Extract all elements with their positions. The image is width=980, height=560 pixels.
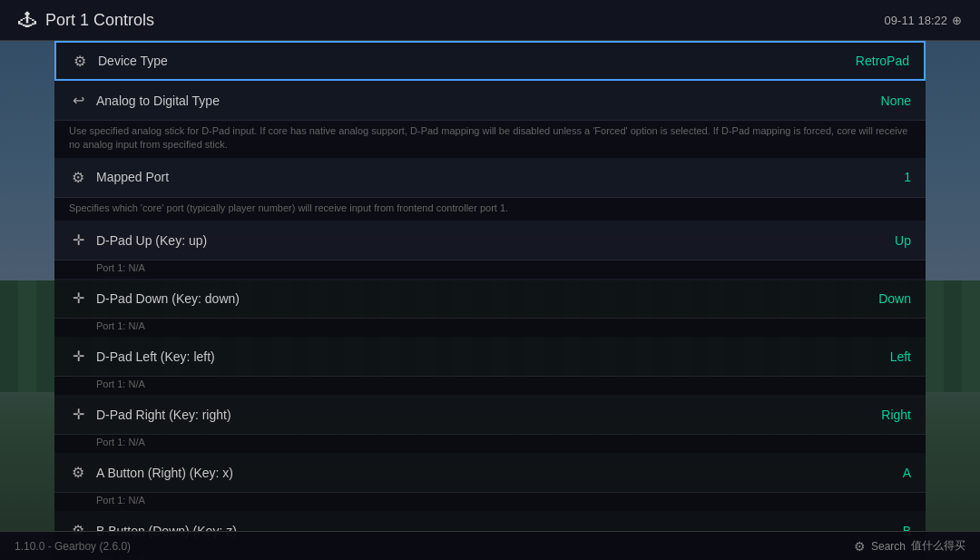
page-title: Port 1 Controls bbox=[45, 11, 154, 30]
row-dpad-left[interactable]: ✛ D-Pad Left (Key: left) Left bbox=[54, 337, 926, 377]
mapped-port-value: 1 bbox=[904, 170, 911, 184]
main-panel: 🕹 Port 1 Controls 09-11 18:22 ⊕ ⚙ Device… bbox=[0, 0, 980, 560]
dpad-left-sub: Port 1: N/A bbox=[54, 377, 926, 395]
device-type-value: RetroPad bbox=[856, 54, 909, 68]
version-text: 1.10.0 - Gearboy (2.6.0) bbox=[15, 540, 131, 553]
row-device-type[interactable]: ⚙ Device Type RetroPad bbox=[54, 41, 926, 81]
dpad-up-value: Up bbox=[895, 233, 911, 248]
a-button-icon: ⚙ bbox=[69, 464, 87, 481]
search-label[interactable]: Search bbox=[871, 540, 906, 553]
a-button-sub: Port 1: N/A bbox=[54, 493, 926, 511]
a-button-label: A Button (Right) (Key: x) bbox=[96, 466, 233, 480]
device-type-icon: ⚙ bbox=[71, 53, 89, 70]
dpad-down-label: D-Pad Down (Key: down) bbox=[96, 291, 240, 306]
footer-right: ⚙ Search 值什么得买 bbox=[854, 538, 965, 554]
analog-icon: ↩ bbox=[69, 92, 87, 109]
header-datetime: 09-11 18:22 ⊕ bbox=[885, 14, 962, 27]
brand-text: 值什么得买 bbox=[911, 538, 965, 554]
header-bar: 🕹 Port 1 Controls 09-11 18:22 ⊕ bbox=[0, 0, 980, 41]
dpad-up-label: D-Pad Up (Key: up) bbox=[96, 233, 207, 248]
a-button-value: A bbox=[903, 466, 911, 480]
mapped-port-desc: Specifies which 'core' port (typically p… bbox=[54, 198, 926, 221]
dpad-down-value: Down bbox=[878, 291, 911, 306]
device-type-label: Device Type bbox=[98, 54, 168, 68]
dpad-down-sub: Port 1: N/A bbox=[54, 319, 926, 337]
row-a-button[interactable]: ⚙ A Button (Right) (Key: x) A bbox=[54, 453, 926, 493]
mapped-port-icon: ⚙ bbox=[69, 169, 87, 186]
datetime-icon: ⊕ bbox=[952, 14, 962, 27]
dpad-down-icon: ✛ bbox=[69, 290, 87, 307]
row-dpad-right[interactable]: ✛ D-Pad Right (Key: right) Right bbox=[54, 395, 926, 435]
analog-value: None bbox=[881, 93, 911, 108]
dpad-right-value: Right bbox=[881, 408, 911, 422]
datetime-text: 09-11 18:22 bbox=[885, 14, 947, 27]
row-mapped-port[interactable]: ⚙ Mapped Port 1 bbox=[54, 158, 926, 198]
mapped-port-label: Mapped Port bbox=[96, 170, 169, 184]
dpad-up-icon: ✛ bbox=[69, 231, 87, 249]
dpad-left-value: Left bbox=[890, 349, 911, 364]
row-analog-digital[interactable]: ↩ Analog to Digital Type None bbox=[54, 81, 926, 121]
analog-label: Analog to Digital Type bbox=[96, 93, 220, 108]
analog-desc: Use specified analog stick for D-Pad inp… bbox=[54, 121, 926, 158]
dpad-left-label: D-Pad Left (Key: left) bbox=[96, 349, 215, 364]
search-icon[interactable]: ⚙ bbox=[854, 539, 866, 554]
dpad-left-icon: ✛ bbox=[69, 348, 87, 365]
dpad-right-sub: Port 1: N/A bbox=[54, 435, 926, 453]
controller-icon: 🕹 bbox=[18, 10, 36, 31]
footer-bar: 1.10.0 - Gearboy (2.6.0) ⚙ Search 值什么得买 bbox=[0, 531, 980, 560]
dpad-right-icon: ✛ bbox=[69, 406, 87, 423]
header-left: 🕹 Port 1 Controls bbox=[18, 10, 154, 31]
dpad-right-label: D-Pad Right (Key: right) bbox=[96, 408, 231, 422]
row-dpad-down[interactable]: ✛ D-Pad Down (Key: down) Down bbox=[54, 279, 926, 319]
row-dpad-up[interactable]: ✛ D-Pad Up (Key: up) Up bbox=[54, 221, 926, 260]
dpad-up-sub: Port 1: N/A bbox=[54, 260, 926, 279]
controls-list: ⚙ Device Type RetroPad ↩ Analog to Digit… bbox=[54, 41, 926, 560]
